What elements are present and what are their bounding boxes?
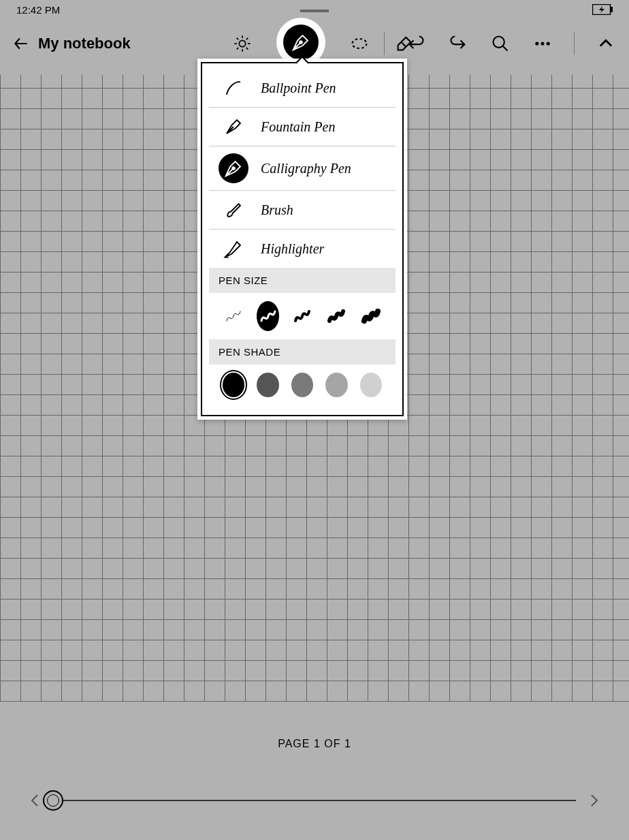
pen-option-calligraphy[interactable]: Calligraphy Pen bbox=[209, 146, 396, 191]
pen-shade-1[interactable] bbox=[223, 373, 244, 397]
pen-size-1[interactable] bbox=[223, 301, 244, 331]
page-slider-thumb[interactable] bbox=[43, 790, 63, 811]
undo-button[interactable] bbox=[405, 33, 427, 55]
clock: 12:42 PM bbox=[16, 4, 60, 16]
svg-point-8 bbox=[547, 42, 550, 45]
chevron-up-icon bbox=[596, 34, 615, 53]
svg-point-2 bbox=[239, 40, 245, 46]
pen-shade-2[interactable] bbox=[257, 373, 278, 397]
calligraphy-pen-icon bbox=[219, 153, 248, 183]
right-tools bbox=[384, 32, 617, 55]
page-slider bbox=[0, 792, 629, 809]
divider bbox=[574, 32, 575, 55]
pen-nib-icon bbox=[291, 32, 311, 52]
svg-point-7 bbox=[541, 42, 544, 45]
svg-point-5 bbox=[494, 37, 504, 48]
pen-shade-header: PEN SHADE bbox=[209, 339, 396, 364]
status-bar: 12:42 PM bbox=[0, 0, 629, 19]
svg-rect-1 bbox=[611, 7, 613, 12]
battery-charging-icon bbox=[592, 4, 613, 15]
pen-shade-5[interactable] bbox=[360, 373, 382, 397]
pen-shade-4[interactable] bbox=[325, 373, 347, 397]
pen-option-label: Brush bbox=[261, 202, 293, 218]
more-icon bbox=[533, 34, 552, 53]
pen-popover: Ballpoint PenFountain PenCalligraphy Pen… bbox=[197, 59, 407, 420]
lasso-button[interactable] bbox=[349, 33, 370, 55]
pen-size-4[interactable] bbox=[325, 301, 347, 331]
sun-icon bbox=[233, 34, 252, 53]
svg-point-3 bbox=[300, 41, 302, 44]
prev-page-button[interactable] bbox=[27, 792, 44, 809]
more-button[interactable] bbox=[532, 33, 553, 55]
redo-icon bbox=[449, 34, 468, 53]
highlighter-pen-icon bbox=[219, 236, 248, 261]
search-button[interactable] bbox=[489, 33, 511, 55]
pen-size-2[interactable] bbox=[257, 301, 278, 331]
undo-icon bbox=[406, 34, 425, 53]
pen-option-brush[interactable]: Brush bbox=[209, 191, 396, 230]
page-indicator: PAGE 1 OF 1 bbox=[278, 738, 351, 750]
pen-option-label: Highlighter bbox=[261, 241, 324, 257]
svg-point-9 bbox=[232, 167, 235, 170]
collapse-button[interactable] bbox=[595, 33, 617, 55]
pen-option-label: Ballpoint Pen bbox=[261, 80, 336, 96]
footer: PAGE 1 OF 1 bbox=[0, 704, 629, 840]
drag-handle-icon[interactable] bbox=[300, 10, 329, 12]
lasso-icon bbox=[350, 34, 369, 53]
next-page-button[interactable] bbox=[585, 792, 602, 809]
svg-point-4 bbox=[353, 39, 367, 48]
pen-option-ballpoint[interactable]: Ballpoint Pen bbox=[209, 66, 396, 108]
redo-button[interactable] bbox=[447, 33, 469, 55]
pen-option-fountain[interactable]: Fountain Pen bbox=[209, 108, 396, 146]
pen-option-label: Fountain Pen bbox=[261, 119, 335, 135]
svg-point-6 bbox=[535, 42, 538, 45]
pen-size-header: PEN SIZE bbox=[209, 268, 396, 293]
pen-shade-3[interactable] bbox=[291, 373, 313, 397]
brightness-button[interactable] bbox=[231, 33, 253, 55]
fountain-pen-icon bbox=[219, 114, 248, 139]
back-arrow-icon bbox=[12, 35, 30, 52]
brush-pen-icon bbox=[219, 198, 248, 222]
search-icon bbox=[491, 34, 510, 53]
notebook-title: My notebook bbox=[38, 35, 131, 52]
pen-option-label: Calligraphy Pen bbox=[261, 161, 351, 176]
pen-size-3[interactable] bbox=[291, 301, 313, 331]
pen-size-5[interactable] bbox=[360, 301, 382, 331]
divider bbox=[384, 32, 385, 55]
page-slider-track[interactable] bbox=[53, 800, 576, 801]
ballpoint-pen-icon bbox=[219, 76, 248, 100]
pen-option-highlighter[interactable]: Highlighter bbox=[209, 230, 396, 268]
back-button[interactable]: My notebook bbox=[12, 35, 131, 52]
